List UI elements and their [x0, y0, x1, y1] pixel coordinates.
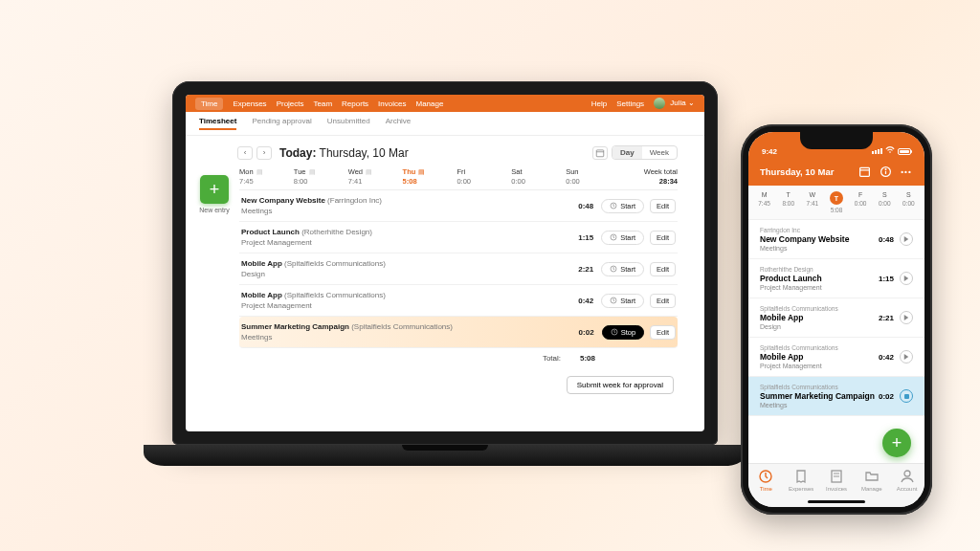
phone-time-entry[interactable]: Rotherhithe DesignProduct LaunchProject …	[748, 259, 924, 298]
more-icon[interactable]: •••	[900, 165, 913, 178]
phone-weekday[interactable]: F0:00	[849, 191, 873, 213]
phone-device: 9:42 Thursday, 10 Mar ••• M7:45 T8:00 W7…	[741, 124, 932, 515]
play-button[interactable]	[900, 350, 913, 364]
total-label: Total:	[507, 354, 561, 363]
laptop-hinge	[402, 445, 488, 451]
tab-manage[interactable]: Manage	[854, 469, 889, 492]
subnav-timesheet[interactable]: Timesheet	[199, 117, 236, 130]
tab-invoices[interactable]: Invoices	[819, 469, 855, 492]
entry-client: Spitalfields Communications	[760, 344, 879, 351]
entry-client: Spitalfields Communications	[760, 305, 879, 312]
nav-expenses[interactable]: Expenses	[233, 99, 266, 108]
tab-account[interactable]: Account	[889, 469, 924, 492]
entry-duration: 0:48	[559, 202, 593, 210]
start-button[interactable]: Start	[601, 231, 644, 245]
subnav-archive[interactable]: Archive	[386, 117, 412, 130]
clock-icon	[610, 202, 617, 209]
entry-category: Design	[241, 270, 559, 278]
entry-category: Project Management	[241, 301, 559, 310]
nav-manage[interactable]: Manage	[415, 99, 443, 108]
time-entry[interactable]: Mobile App (Spitalfields Communications)…	[239, 253, 678, 285]
edit-button[interactable]: Edit	[650, 231, 676, 245]
weekday-sun[interactable]: Sun0:00	[566, 167, 620, 186]
view-day[interactable]: Day	[612, 146, 642, 159]
avatar	[654, 98, 665, 109]
edit-button[interactable]: Edit	[650, 262, 676, 276]
entry-title: New Company Website	[241, 196, 325, 205]
weekday-fri[interactable]: Fri0:00	[457, 167, 511, 186]
tab-label: Time	[748, 486, 784, 492]
phone-time-entry[interactable]: Farringdon IncNew Company WebsiteMeeting…	[748, 220, 924, 259]
weekday-tue[interactable]: Tue▤8:00	[294, 167, 348, 186]
entry-category: Design	[760, 323, 879, 330]
new-entry-button[interactable]: +	[200, 175, 229, 204]
weekday-thu[interactable]: Thu▤5:08	[403, 167, 457, 186]
stop-button[interactable]	[900, 389, 913, 403]
phone-weekday[interactable]: S0:00	[873, 191, 897, 213]
nav-invoices[interactable]: Invoices	[378, 99, 406, 108]
phone-weekday[interactable]: S0:00	[897, 191, 921, 213]
nav-help[interactable]: Help	[591, 99, 607, 108]
time-entry[interactable]: Product Launch (Rotherhithe Design) Proj…	[239, 222, 678, 253]
clock-icon	[610, 265, 617, 273]
nav-right: Help Settings Julia ⌄	[591, 98, 695, 109]
time-entry-running[interactable]: Summer Marketing Campaign (Spitalfields …	[239, 317, 678, 348]
nav-team[interactable]: Team	[314, 99, 333, 108]
tab-label: Expenses	[784, 486, 819, 492]
phone-fab-add[interactable]: +	[882, 429, 911, 457]
phone-time-entry[interactable]: Spitalfields CommunicationsMobile AppDes…	[748, 298, 924, 338]
edit-button[interactable]: Edit	[650, 325, 676, 340]
phone-weekday[interactable]: T8:00	[776, 191, 800, 213]
total-value: 5:08	[561, 354, 595, 363]
phone-weekday-selected[interactable]: T5:08	[824, 191, 848, 213]
phone-screen: 9:42 Thursday, 10 Mar ••• M7:45 T8:00 W7…	[748, 132, 924, 507]
laptop-screen: Time Expenses Projects Team Reports Invo…	[186, 95, 704, 431]
nav-settings[interactable]: Settings	[616, 99, 644, 108]
time-entry[interactable]: Mobile App (Spitalfields Communications)…	[239, 285, 678, 317]
start-button[interactable]: Start	[601, 262, 644, 276]
calendar-icon[interactable]	[858, 165, 871, 178]
weekday-wed[interactable]: Wed▤7:41	[348, 167, 403, 186]
person-icon	[900, 469, 915, 484]
start-button[interactable]: Start	[601, 199, 644, 213]
phone-weekday[interactable]: W7:41	[800, 191, 824, 213]
weekday-mon[interactable]: Mon▤7:45	[239, 167, 294, 186]
play-button[interactable]	[900, 272, 913, 285]
stop-button[interactable]: Stop	[602, 325, 644, 340]
nav-time[interactable]: Time	[195, 98, 223, 110]
info-icon[interactable]	[879, 165, 892, 178]
receipt-icon	[793, 469, 809, 484]
entry-title: Product Launch	[760, 274, 879, 283]
time-entry[interactable]: New Company Website (Farringdon Inc) Mee…	[239, 190, 678, 222]
start-button[interactable]: Start	[601, 294, 644, 308]
prev-day-button[interactable]: ‹	[237, 146, 253, 160]
view-toggle: Day Week	[592, 145, 678, 160]
phone-time-entry-running[interactable]: Spitalfields CommunicationsSummer Market…	[748, 377, 924, 416]
submit-week-button[interactable]: Submit week for approval	[567, 376, 674, 394]
subnav-unsubmitted[interactable]: Unsubmitted	[327, 117, 370, 130]
view-week[interactable]: Week	[642, 146, 677, 159]
home-indicator	[808, 500, 865, 503]
new-entry: + New entry	[199, 167, 230, 394]
view-segment: Day Week	[612, 145, 678, 160]
tab-time[interactable]: Time	[748, 469, 784, 492]
play-button[interactable]	[900, 232, 913, 246]
subnav-pending[interactable]: Pending approval	[252, 117, 311, 130]
tab-expenses[interactable]: Expenses	[784, 469, 819, 492]
edit-button[interactable]: Edit	[650, 199, 676, 213]
play-button[interactable]	[900, 311, 913, 324]
nav-reports[interactable]: Reports	[342, 99, 368, 108]
entry-client: (Rotherhithe Design)	[301, 228, 372, 236]
clock-icon	[610, 233, 617, 241]
entry-duration: 0:02	[560, 328, 594, 337]
edit-button[interactable]: Edit	[650, 294, 676, 308]
calendar-icon[interactable]	[592, 146, 608, 160]
nav-projects[interactable]: Projects	[277, 99, 304, 108]
phone-weekday[interactable]: M7:45	[752, 191, 776, 213]
weekday-sat[interactable]: Sat0:00	[511, 167, 566, 186]
nav-user[interactable]: Julia ⌄	[654, 98, 695, 109]
phone-time-entry[interactable]: Spitalfields CommunicationsMobile AppPro…	[748, 338, 924, 377]
entry-client: Farringdon Inc	[760, 227, 879, 233]
note-icon: ▤	[366, 168, 372, 175]
next-day-button[interactable]: ›	[256, 146, 272, 160]
